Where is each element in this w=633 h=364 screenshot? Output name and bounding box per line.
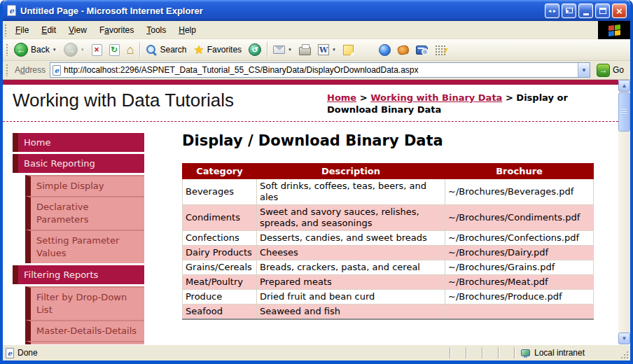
history-button[interactable]: ↺ bbox=[245, 41, 265, 59]
page-body: Home Basic Reporting Simple Display Decl… bbox=[3, 122, 618, 344]
home-icon: ⌂ bbox=[127, 43, 134, 56]
http-headers-button[interactable] bbox=[431, 41, 449, 59]
breadcrumb-link-binary-data[interactable]: Working with Binary Data bbox=[370, 92, 502, 103]
resize-grip[interactable] bbox=[619, 349, 630, 360]
cell-category: Dairy Products bbox=[183, 246, 257, 260]
web-page: Working with Data Tutorials Home > Worki… bbox=[3, 80, 618, 344]
discuss-notes-button[interactable] bbox=[340, 41, 357, 59]
breadcrumb-link-home[interactable]: Home bbox=[327, 92, 356, 103]
forward-icon: → bbox=[64, 43, 78, 57]
research-book-icon bbox=[416, 46, 428, 55]
custom-tool-button[interactable] bbox=[394, 41, 412, 59]
popout-window-button[interactable] bbox=[562, 4, 576, 18]
mail-icon bbox=[273, 46, 285, 54]
cell-brochure: ~/Brochures/Dairy.pdf bbox=[445, 246, 594, 260]
vertical-scrollbar[interactable]: ▲ ▼ bbox=[618, 80, 630, 344]
cell-category: Seafood bbox=[183, 304, 257, 320]
cell-description: Sweet and savory sauces, relishes, sprea… bbox=[256, 205, 445, 231]
toolbar-grip[interactable] bbox=[6, 64, 8, 76]
sidebar-item-master-detail-across-two-pages[interactable]: Master/Detail Across Two Pages bbox=[25, 341, 144, 344]
menu-file[interactable]: File bbox=[9, 22, 35, 38]
top-accent-bar bbox=[3, 80, 618, 85]
windows-flag-icon bbox=[608, 24, 620, 36]
messenger-icon bbox=[379, 44, 391, 56]
header-description: Description bbox=[256, 164, 445, 179]
mail-dropdown-caret-icon: ▼ bbox=[288, 48, 292, 52]
search-button[interactable]: Search bbox=[142, 41, 190, 59]
cell-category: Condiments bbox=[183, 205, 257, 231]
status-text: Done bbox=[18, 348, 38, 358]
back-button[interactable]: ← Back ▼ bbox=[11, 41, 60, 59]
back-dropdown-caret-icon[interactable]: ▼ bbox=[53, 48, 57, 52]
menu-favorites[interactable]: Favorites bbox=[93, 22, 140, 38]
cell-brochure: ~/Brochures/Grains.pdf bbox=[445, 260, 594, 275]
cell-description: Breads, crackers, pasta, and cereal bbox=[256, 260, 445, 275]
address-input[interactable] bbox=[64, 63, 575, 77]
forward-button[interactable]: → ▼ bbox=[60, 41, 88, 59]
stop-icon: × bbox=[92, 44, 102, 56]
address-dropdown-button[interactable]: ▼ bbox=[578, 63, 590, 77]
local-intranet-icon bbox=[521, 349, 530, 356]
toolbar-grip[interactable] bbox=[6, 43, 8, 56]
sidebar-item-filtering-reports[interactable]: Filtering Reports bbox=[13, 265, 144, 284]
messenger-button[interactable] bbox=[375, 41, 394, 59]
close-button[interactable]: × bbox=[612, 4, 627, 18]
cell-brochure: ~/Brochures/Condiments.pdf bbox=[445, 205, 594, 231]
custom-tool-icon bbox=[397, 44, 410, 55]
scroll-up-button[interactable]: ▲ bbox=[618, 80, 630, 92]
browser-window: e Untitled Page - Microsoft Internet Exp… bbox=[0, 0, 633, 364]
sidebar-item-setting-parameter-values[interactable]: Setting Parameter Values bbox=[25, 230, 144, 263]
cell-brochure: ~/Brochures/Beverages.pdf bbox=[445, 179, 594, 205]
sidebar-item-simple-display[interactable]: Simple Display bbox=[25, 175, 144, 196]
favorites-button[interactable]: ★ Favorites bbox=[190, 41, 246, 59]
cell-description: Cheeses bbox=[256, 246, 445, 260]
sidebar-item-home[interactable]: Home bbox=[13, 133, 144, 152]
page-header: Working with Data Tutorials Home > Worki… bbox=[3, 85, 618, 122]
maximize-button[interactable] bbox=[595, 4, 610, 18]
ie-document-icon[interactable]: e bbox=[7, 5, 16, 16]
header-category: Category bbox=[183, 164, 257, 179]
sidebar-item-declarative-parameters[interactable]: Declarative Parameters bbox=[25, 196, 144, 230]
security-zone-label: Local intranet bbox=[534, 348, 585, 358]
table-row: Beverages Soft drinks, coffees, teas, be… bbox=[183, 179, 594, 205]
menu-tools[interactable]: Tools bbox=[140, 22, 172, 38]
scrollbar-thumb[interactable] bbox=[618, 92, 630, 132]
edit-with-word-button[interactable]: W ▼ bbox=[314, 41, 340, 59]
menu-help[interactable]: Help bbox=[172, 22, 202, 38]
table-row: Produce Dried fruit and bean curd ~/Broc… bbox=[183, 290, 594, 304]
status-pane bbox=[466, 347, 482, 358]
refresh-button[interactable]: ↻ bbox=[106, 41, 123, 59]
scroll-down-button[interactable]: ▼ bbox=[618, 332, 630, 344]
breadcrumb-separator: > bbox=[506, 92, 513, 103]
main-content: Display / Download Binary Data Category … bbox=[182, 131, 595, 320]
mail-button[interactable]: ▼ bbox=[270, 41, 295, 59]
ie-e-glyph: e bbox=[9, 6, 14, 15]
sidebar-item-basic-reporting[interactable]: Basic Reporting bbox=[13, 154, 144, 173]
sidebar-menu: Home Basic Reporting Simple Display Decl… bbox=[13, 131, 144, 344]
go-button[interactable]: → Go bbox=[594, 64, 626, 77]
menu-edit[interactable]: Edit bbox=[35, 22, 62, 38]
table-row: Dairy Products Cheeses ~/Brochures/Dairy… bbox=[183, 246, 594, 260]
toolbar-grip[interactable] bbox=[4, 24, 7, 36]
research-button[interactable] bbox=[412, 41, 431, 59]
sidebar-item-master-details-details[interactable]: Master-Details-Details bbox=[25, 320, 144, 341]
favorites-label: Favorites bbox=[207, 45, 242, 55]
print-icon bbox=[299, 47, 311, 55]
status-pane bbox=[482, 347, 498, 358]
security-zone-pane: Local intranet bbox=[514, 347, 619, 358]
menu-view[interactable]: View bbox=[62, 22, 93, 38]
windows-logo-throbber bbox=[598, 21, 630, 39]
back-label: Back bbox=[31, 45, 50, 55]
minimize-button[interactable] bbox=[578, 4, 593, 18]
pan-arrows-button[interactable]: ◄► bbox=[545, 4, 559, 18]
go-arrow-icon: → bbox=[597, 64, 610, 77]
stop-button[interactable]: × bbox=[88, 41, 106, 59]
back-icon: ← bbox=[14, 43, 28, 57]
home-button[interactable]: ⌂ bbox=[123, 41, 138, 59]
search-icon bbox=[146, 44, 157, 55]
sidebar-item-filter-by-drop-down-list[interactable]: Filter by Drop-Down List bbox=[25, 286, 144, 320]
header-brochure: Brochure bbox=[445, 164, 594, 179]
address-input-box: e ▼ bbox=[50, 62, 590, 78]
title-bar: e Untitled Page - Microsoft Internet Exp… bbox=[3, 0, 630, 21]
print-button[interactable] bbox=[295, 41, 314, 59]
